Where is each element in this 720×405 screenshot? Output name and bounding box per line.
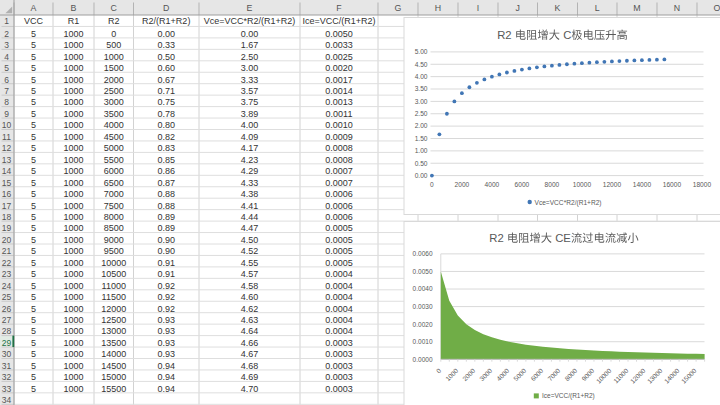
svg-text:I: I — [477, 3, 479, 13]
svg-text:0.0005: 0.0005 — [325, 223, 353, 233]
svg-text:4.69: 4.69 — [241, 372, 259, 382]
svg-text:5: 5 — [31, 326, 36, 336]
svg-text:12000: 12000 — [603, 181, 622, 188]
svg-text:1000: 1000 — [63, 372, 83, 382]
svg-text:3.57: 3.57 — [241, 86, 259, 96]
svg-text:6000: 6000 — [515, 181, 530, 188]
svg-text:4.68: 4.68 — [241, 361, 259, 371]
svg-text:1000: 1000 — [63, 223, 83, 233]
svg-text:5: 5 — [31, 361, 36, 371]
svg-text:0.93: 0.93 — [157, 326, 175, 336]
svg-text:0.94: 0.94 — [157, 361, 175, 371]
svg-text:16000: 16000 — [663, 181, 682, 188]
svg-text:R1: R1 — [68, 16, 80, 26]
svg-text:1000: 1000 — [63, 201, 83, 211]
svg-text:1000: 1000 — [63, 132, 83, 142]
svg-text:0.83: 0.83 — [157, 143, 175, 153]
svg-text:4.33: 4.33 — [241, 178, 259, 188]
svg-text:25: 25 — [2, 292, 12, 302]
svg-text:0.50: 0.50 — [157, 52, 175, 62]
svg-text:3.00: 3.00 — [241, 63, 259, 73]
svg-text:Ice=VCC/(R1+R2): Ice=VCC/(R1+R2) — [542, 392, 595, 400]
svg-text:4.57: 4.57 — [241, 269, 259, 279]
svg-text:0.0040: 0.0040 — [413, 285, 433, 292]
svg-text:G: G — [395, 3, 402, 13]
svg-text:1000: 1000 — [63, 75, 83, 85]
svg-text:0.0033: 0.0033 — [325, 40, 353, 50]
svg-text:1000: 1000 — [63, 246, 83, 256]
svg-text:4.09: 4.09 — [241, 132, 259, 142]
svg-text:2: 2 — [4, 29, 9, 39]
svg-text:32: 32 — [2, 372, 12, 382]
svg-text:4.44: 4.44 — [241, 212, 259, 222]
svg-text:12500: 12500 — [101, 315, 126, 325]
svg-text:0.00: 0.00 — [415, 172, 428, 179]
svg-text:0.0050: 0.0050 — [325, 29, 353, 39]
svg-text:7500: 7500 — [104, 201, 124, 211]
svg-text:0.86: 0.86 — [157, 166, 175, 176]
svg-text:14000: 14000 — [633, 181, 652, 188]
svg-text:VCC: VCC — [24, 16, 44, 26]
svg-text:1000: 1000 — [63, 349, 83, 359]
svg-text:5: 5 — [31, 201, 36, 211]
svg-text:5: 5 — [31, 372, 36, 382]
svg-text:5: 5 — [31, 155, 36, 165]
svg-text:8000: 8000 — [104, 212, 124, 222]
svg-text:K: K — [555, 3, 561, 13]
svg-text:0.0006: 0.0006 — [325, 212, 353, 222]
svg-text:21: 21 — [2, 246, 12, 256]
svg-text:0.0011: 0.0011 — [326, 109, 353, 119]
svg-text:0.0003: 0.0003 — [325, 372, 353, 382]
svg-text:18000: 18000 — [693, 181, 712, 188]
svg-text:0.85: 0.85 — [157, 155, 175, 165]
svg-text:0.0007: 0.0007 — [325, 178, 353, 188]
svg-text:4.23: 4.23 — [241, 155, 259, 165]
svg-text:0.0007: 0.0007 — [325, 166, 353, 176]
svg-text:10: 10 — [2, 120, 12, 130]
svg-text:0.0009: 0.0009 — [325, 132, 353, 142]
svg-text:14: 14 — [2, 166, 12, 176]
svg-text:F: F — [336, 3, 342, 13]
svg-text:0.0014: 0.0014 — [325, 86, 353, 96]
svg-text:1000: 1000 — [63, 63, 83, 73]
svg-text:8: 8 — [4, 97, 9, 107]
svg-text:1.67: 1.67 — [241, 40, 259, 50]
svg-text:1000: 1000 — [63, 212, 83, 222]
svg-text:4.64: 4.64 — [241, 326, 259, 336]
svg-text:0: 0 — [111, 29, 116, 39]
svg-text:0.80: 0.80 — [157, 120, 175, 130]
svg-text:5: 5 — [31, 281, 36, 291]
svg-text:22: 22 — [2, 258, 12, 268]
svg-text:3.00: 3.00 — [415, 98, 428, 105]
svg-text:2.50: 2.50 — [415, 110, 428, 117]
svg-text:31: 31 — [2, 361, 12, 371]
svg-text:R2: R2 — [489, 232, 503, 244]
svg-text:R2: R2 — [108, 16, 120, 26]
svg-text:0.78: 0.78 — [157, 109, 175, 119]
svg-text:1000: 1000 — [63, 178, 83, 188]
svg-text:4.55: 4.55 — [241, 258, 259, 268]
svg-text:H: H — [435, 3, 441, 13]
svg-text:2.50: 2.50 — [241, 52, 259, 62]
svg-text:0.89: 0.89 — [157, 212, 175, 222]
svg-text:1000: 1000 — [63, 361, 83, 371]
svg-text:5: 5 — [31, 212, 36, 222]
svg-text:28: 28 — [2, 326, 12, 336]
svg-text:4.52: 4.52 — [241, 246, 259, 256]
svg-text:5: 5 — [31, 109, 36, 119]
svg-text:0.89: 0.89 — [157, 223, 175, 233]
svg-text:33: 33 — [2, 384, 12, 394]
svg-text:0.0025: 0.0025 — [325, 52, 353, 62]
svg-text:0.0013: 0.0013 — [325, 97, 353, 107]
svg-text:7: 7 — [4, 86, 9, 96]
svg-text:5: 5 — [31, 52, 36, 62]
svg-text:11: 11 — [2, 132, 11, 142]
svg-text:5500: 5500 — [104, 155, 124, 165]
svg-text:11000: 11000 — [102, 281, 126, 291]
svg-text:1000: 1000 — [63, 338, 83, 348]
svg-text:10000: 10000 — [101, 258, 126, 268]
svg-text:0.0005: 0.0005 — [325, 235, 353, 245]
svg-text:Ice=VCC/(R1+R2): Ice=VCC/(R1+R2) — [302, 16, 375, 26]
svg-text:4.60: 4.60 — [241, 292, 259, 302]
svg-text:13: 13 — [2, 155, 12, 165]
